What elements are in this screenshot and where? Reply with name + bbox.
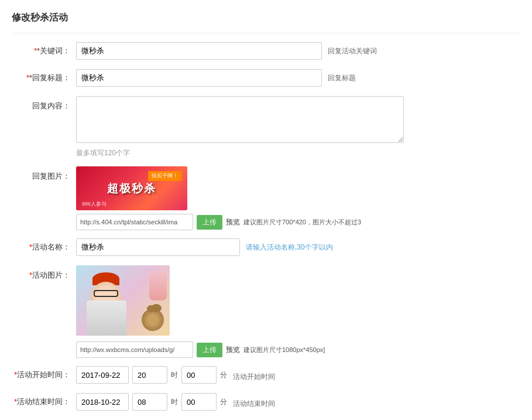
page-container: 修改秒杀活动 **关键词： 回复活动关键词 **回复标题： 回复标题 回复内容：… (0, 0, 532, 420)
end-date-input[interactable] (76, 393, 129, 411)
reply-image-preview-link[interactable]: 预览 (226, 217, 240, 227)
end-hour-label: 时 (171, 397, 178, 407)
reply-title-content: 回复标题 (76, 69, 520, 87)
end-minute-label: 分 (220, 397, 227, 407)
activity-image-content: 上传 预览 建议图片尺寸1080px*450px] (76, 265, 520, 358)
start-time-row: *活动开始时间： 时 分 活动开始时间 (12, 366, 520, 385)
activity-image-row: *活动图片： (12, 265, 520, 358)
char-limit: 最多填写120个字 (76, 148, 520, 158)
end-time-row: *活动结束时间： 时 分 活动结束时间 (12, 393, 520, 412)
reply-content-area: 最多填写120个字 (76, 96, 520, 158)
reply-image-url-input[interactable] (76, 214, 193, 230)
keyword-input[interactable] (76, 42, 322, 60)
activity-image-label: *活动图片： (12, 265, 76, 281)
end-hour-input[interactable] (132, 393, 167, 411)
activity-image-preview (76, 265, 170, 336)
reply-image-url-row: 上传 预览 建议图片尺寸700*420，图片大小不超过3 (76, 214, 361, 230)
reply-image-hint: 建议图片尺寸700*420，图片大小不超过3 (243, 218, 361, 227)
reply-image-content: 快买子啊！ 超极秒杀 886人参与 上传 预览 建议图片尺寸700*420，图片… (76, 166, 520, 230)
end-minute-input[interactable] (181, 393, 217, 411)
start-hour-label: 时 (171, 370, 178, 380)
activity-name-row: *活动名称： 请输入活动名称,30个字以内 (12, 238, 520, 257)
banner-bottom-text: 886人参与 (82, 200, 107, 208)
activity-name-label: *活动名称： (12, 238, 76, 252)
end-time-content: 时 分 活动结束时间 (76, 393, 520, 411)
activity-image-preview-link[interactable]: 预览 (226, 345, 240, 355)
start-minute-label: 分 (220, 370, 227, 380)
end-time-inputs: 时 分 活动结束时间 (76, 393, 275, 411)
activity-name-hint: 请输入活动名称,30个字以内 (243, 238, 333, 252)
start-date-input[interactable] (76, 366, 129, 384)
activity-image-url-input[interactable] (76, 342, 193, 358)
reply-title-label: **回复标题： (12, 69, 76, 83)
reply-title-row: **回复标题： 回复标题 (12, 69, 520, 88)
activity-image-upload-button[interactable]: 上传 (197, 343, 222, 357)
reply-content-label: 回复内容： (12, 96, 76, 111)
keyword-row: **关键词： 回复活动关键词 (12, 42, 520, 61)
activity-image-url-row: 上传 预览 建议图片尺寸1080px*450px] (76, 342, 325, 358)
activity-name-input[interactable] (76, 238, 240, 256)
keyword-content: 回复活动关键词 (76, 42, 520, 60)
activity-image-hint: 建议图片尺寸1080px*450px] (243, 346, 325, 354)
reply-image-upload-button[interactable]: 上传 (197, 215, 222, 230)
reply-image-row: 回复图片： 快买子啊！ 超极秒杀 886人参与 上传 预览 建议图片尺寸700*… (12, 166, 520, 230)
reply-image-label: 回复图片： (12, 166, 76, 182)
reply-content-textarea[interactable] (76, 96, 404, 143)
reply-image-preview-banner: 快买子啊！ 超极秒杀 886人参与 (76, 166, 187, 210)
banner-main-text: 超极秒杀 (107, 181, 156, 196)
start-time-inputs: 时 分 活动开始时间 (76, 366, 275, 384)
reply-title-hint: 回复标题 (325, 69, 356, 83)
keyword-label: **关键词： (12, 42, 76, 56)
end-time-label: *活动结束时间： (12, 393, 76, 407)
reply-content-row: 回复内容： 最多填写120个字 (12, 96, 520, 158)
activity-name-content: 请输入活动名称,30个字以内 (76, 238, 520, 256)
start-time-label: *活动开始时间： (12, 366, 76, 380)
page-title: 修改秒杀活动 (12, 6, 520, 33)
reply-title-input[interactable] (76, 69, 322, 87)
start-time-content: 时 分 活动开始时间 (76, 366, 520, 384)
keyword-hint: 回复活动关键词 (325, 42, 377, 56)
banner-subtitle: 快买子啊！ (148, 171, 181, 181)
start-minute-input[interactable] (181, 366, 217, 384)
start-hour-input[interactable] (132, 366, 167, 384)
end-time-hint: 活动结束时间 (231, 395, 275, 409)
start-time-hint: 活动开始时间 (231, 368, 275, 382)
